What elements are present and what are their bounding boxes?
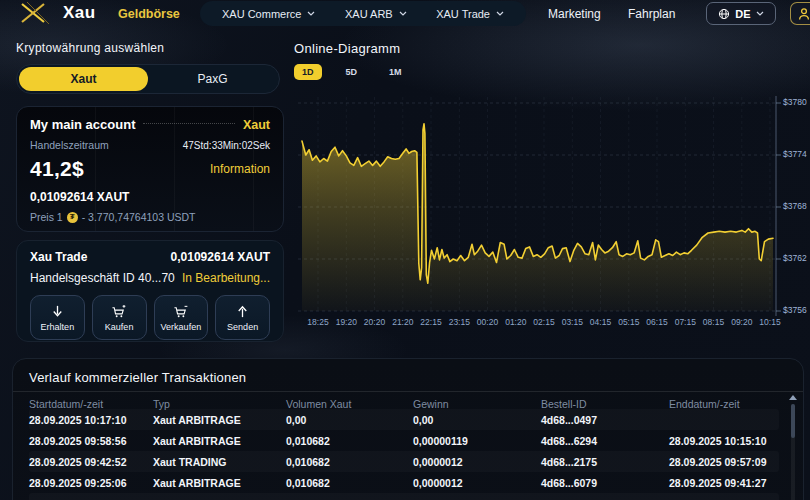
action-label: Verkaufen	[161, 322, 202, 332]
table-cell: Xaut TRADING	[153, 456, 286, 468]
receive-button[interactable]: Erhalten	[30, 295, 85, 340]
x-axis-label: 20:20	[364, 317, 386, 327]
currency-option-xaut[interactable]: Xaut	[19, 67, 148, 91]
nav-menu-label: XAU ARB	[345, 8, 393, 20]
y-axis-label: $3756	[783, 305, 807, 315]
y-axis-label: $3780	[783, 97, 807, 107]
table-cell: 0,00000119	[413, 435, 541, 447]
top-navbar: Xau Geldbörse XAU Commerce XAU ARB XAU T…	[0, 0, 810, 28]
brand[interactable]: Xau	[18, 1, 96, 25]
chevron-down-icon	[756, 11, 764, 16]
table-row: 28.09.2025 10:17:10Xaut ARBITRAGE0,000,0…	[29, 409, 779, 430]
table-scrollbar[interactable]	[788, 395, 798, 500]
table-cell: 4d68...2175	[541, 456, 669, 468]
user-icon	[797, 7, 810, 21]
status-badge: In Bearbeitung...	[182, 271, 270, 285]
logo-x-icon	[18, 1, 56, 25]
price-row: Preis 1 ₮ - 3.770,74764103 USDT	[30, 211, 270, 223]
table-cell: 0,010682	[286, 435, 413, 447]
divider	[13, 391, 803, 392]
table-cell: Xaut ARBITRAGE	[153, 477, 286, 489]
account-currency: Xaut	[243, 118, 270, 132]
x-axis-label: 19:20	[336, 317, 358, 327]
chevron-down-icon	[307, 11, 315, 16]
holdings-amount: 0,01092614 XAUT	[30, 190, 270, 204]
nav-menu-pill: XAU Commerce XAU ARB XAU Trade	[200, 1, 526, 26]
trading-period-label: Handelszeitraum	[30, 139, 109, 151]
range-tab-5d[interactable]: 5D	[338, 64, 366, 80]
chart-range-tabs: 1D5D1M	[294, 64, 410, 80]
information-link[interactable]: Information	[210, 162, 270, 176]
x-axis-label: 03:15	[562, 317, 584, 327]
table-cell: 4d68...6294	[541, 435, 669, 447]
trade-card: Xau Trade 0,01092614 XAUT Handelsgeschäf…	[16, 240, 284, 342]
scrollbar-thumb[interactable]	[791, 404, 795, 438]
nav-link-marketing[interactable]: Marketing	[548, 7, 601, 21]
sell-button[interactable]: Verkaufen	[154, 295, 209, 340]
table-body: 28.09.2025 10:17:10Xaut ARBITRAGE0,000,0…	[29, 409, 779, 500]
arrow-down-icon	[50, 304, 65, 319]
table-cell: 28.09.2025 09:57:09	[669, 456, 779, 468]
action-label: Kaufen	[105, 322, 134, 332]
buy-button[interactable]: Kaufen	[92, 295, 147, 340]
table-cell: 4d68...6079	[541, 477, 669, 489]
x-axis-label: 09:20	[731, 317, 753, 327]
table-row: 28.09.2025 09:42:52Xaut TRADING0,0106820…	[29, 451, 779, 472]
scrollbar-track[interactable]	[791, 404, 795, 500]
x-axis-label: 18:25	[307, 317, 329, 327]
table-cell: 28.09.2025 09:41:27	[669, 477, 779, 489]
transactions-title: Verlauf kommerzieller Transaktionen	[29, 370, 246, 385]
table-cell: 0,00	[286, 414, 413, 426]
trade-actions: Erhalten Kaufen Verkaufen Senden	[30, 295, 270, 340]
table-cell: Xaut ARBITRAGE	[153, 414, 286, 426]
x-axis-label: 00:20	[477, 317, 499, 327]
x-axis-label: 22:15	[420, 317, 442, 327]
balance-row: 41,2$ Information	[30, 157, 270, 181]
table-cell: Xaut ARBITRAGE	[153, 435, 286, 447]
x-axis-label: 08:15	[703, 317, 725, 327]
nav-link-fahrplan[interactable]: Fahrplan	[628, 7, 675, 21]
range-tab-1d[interactable]: 1D	[294, 64, 322, 80]
action-label: Senden	[227, 322, 258, 332]
x-axis-label: 10:15	[759, 317, 781, 327]
chart-title: Online-Diagramm	[294, 41, 400, 56]
chevron-down-icon	[496, 11, 504, 16]
trading-period-value: 47Std:33Min:02Sek	[183, 140, 270, 151]
app-window: Xau Geldbörse XAU Commerce XAU ARB XAU T…	[0, 0, 810, 500]
account-header-row: My main account Xaut	[30, 117, 270, 132]
y-axis-label: $3762	[783, 253, 807, 263]
currency-option-paxg[interactable]: PaxG	[148, 67, 277, 91]
nav-menu-xau-trade[interactable]: XAU Trade	[436, 8, 504, 20]
table-row: 28.09.2025 09:25:06Xaut ARBITRAGE0,01068…	[29, 472, 779, 493]
sidebar-title: Kryptowährung auswählen	[16, 41, 164, 55]
nav-menu-label: XAU Trade	[436, 8, 490, 20]
language-selector[interactable]: DE	[706, 2, 776, 25]
nav-link-wallet[interactable]: Geldbörse	[118, 7, 180, 21]
table-cell: 0,010682	[286, 477, 413, 489]
send-button[interactable]: Senden	[215, 295, 270, 340]
x-axis-label: 04:15	[590, 317, 612, 327]
profile-button[interactable]	[790, 2, 810, 25]
nav-menu-xau-commerce[interactable]: XAU Commerce	[222, 8, 315, 20]
cart-minus-icon	[173, 304, 189, 319]
trade-header-row: Xau Trade 0,01092614 XAUT	[30, 250, 270, 264]
nav-menu-xau-arb[interactable]: XAU ARB	[345, 8, 407, 20]
x-axis-label: 05:15	[618, 317, 640, 327]
x-axis-label: 02:15	[533, 317, 555, 327]
dotted-divider	[143, 123, 234, 124]
chevron-up-icon	[789, 395, 797, 400]
table-row: 28.09.2025 09:58:56Xaut ARBITRAGE0,01068…	[29, 430, 779, 451]
table-cell: 28.09.2025 09:42:52	[29, 456, 153, 468]
price-value: - 3.770,74764103 USDT	[82, 211, 196, 223]
y-axis-label: $3774	[783, 149, 807, 159]
table-cell: 0,0000012	[413, 477, 541, 489]
x-axis-label: 23:15	[449, 317, 471, 327]
table-cell: 28.09.2025 10:17:10	[29, 414, 153, 426]
nav-menu-label: XAU Commerce	[222, 8, 301, 20]
y-axis-label: $3768	[783, 201, 807, 211]
table-cell: 0,0000012	[413, 456, 541, 468]
table-cell: 28.09.2025 09:25:06	[29, 477, 153, 489]
trading-period-row: Handelszeitraum 47Std:33Min:02Sek	[30, 139, 270, 151]
trade-amount: 0,01092614 XAUT	[171, 250, 270, 264]
range-tab-1m[interactable]: 1M	[381, 64, 410, 80]
